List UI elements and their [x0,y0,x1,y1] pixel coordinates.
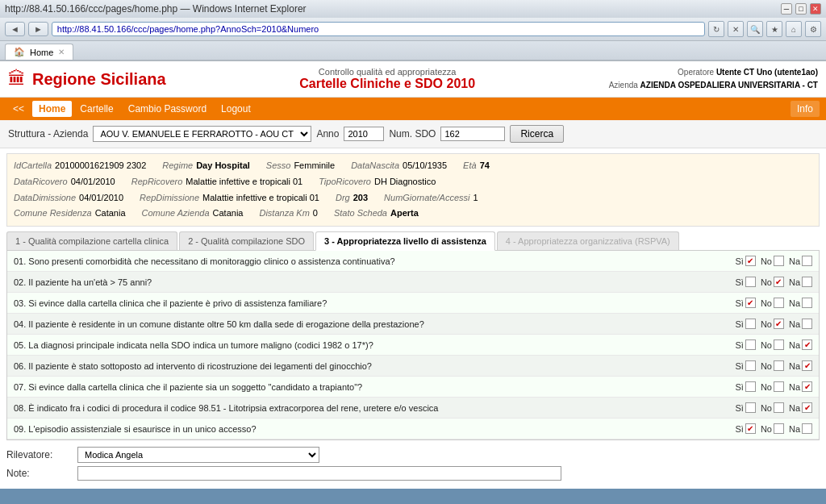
comune-azienda-field: Comune Azienda Catania [142,206,244,222]
rilevatore-select[interactable]: Modica AngelaAltro utente [77,447,319,463]
minimize-button[interactable]: ─ [781,3,792,15]
si-label: Sì [735,340,743,350]
home-icon[interactable]: ⌂ [786,21,802,37]
si-label: Sì [735,361,743,371]
header-left: 🏛 Regione Siciliana [8,69,166,90]
no-checkbox[interactable] [774,402,784,413]
back-button[interactable]: ◄ [5,22,25,36]
question-answers: Sì✔ No Na [735,256,812,266]
na-checkbox[interactable] [802,423,812,434]
na-checkbox[interactable] [802,256,812,266]
na-checkbox[interactable] [802,298,812,308]
question-text: 04. Il paziente è residente in un comune… [14,319,735,329]
si-checkbox[interactable] [745,339,756,350]
answer-na: Na✔ [789,402,812,413]
tab-appropriatezza-livello[interactable]: 3 - Appropriatezza livello di assistenza [315,231,495,251]
search-button[interactable]: Ricerca [510,125,564,143]
question-text: 08. È indicato fra i codici di procedura… [14,403,735,413]
num-sdo-input[interactable] [440,127,505,141]
na-checkbox[interactable]: ✔ [802,381,812,392]
browser-tab-home[interactable]: 🏠 Home ✕ [5,44,73,60]
page-content: 🏛 Regione Siciliana Controllo qualità ed… [0,61,826,489]
question-text: 05. La diagnosi principale indicata nell… [14,340,735,350]
search-icon[interactable]: 🔍 [747,21,763,37]
num-sdo-label: Num. SDO [389,128,436,140]
regime-field: Regime Day Hospital [162,158,250,174]
nav-item-cartelle[interactable]: Cartelle [73,101,119,117]
settings-icon[interactable]: ⚙ [805,21,821,37]
si-checkbox[interactable] [745,381,756,392]
answer-si: Sì✔ [735,423,755,434]
na-label: Na [789,256,800,266]
no-checkbox[interactable] [774,256,784,266]
no-checkbox[interactable] [774,298,784,308]
question-answers: Sì No Na✔ [735,339,812,350]
na-checkbox[interactable] [802,319,812,329]
no-checkbox[interactable] [774,360,784,371]
na-checkbox[interactable]: ✔ [802,360,812,371]
distanza-field: Distanza Km 0 [259,206,317,222]
question-row: 08. È indicato fra i codici di procedura… [7,398,819,419]
tab-qualita-sdo[interactable]: 2 - Qualità compilazione SDO [179,231,314,250]
tab-close-button[interactable]: ✕ [58,48,65,56]
nav-back-arrows[interactable]: << [6,101,31,117]
na-checkbox[interactable]: ✔ [802,402,812,413]
refresh-icon[interactable]: ↻ [708,21,724,37]
regime-value: Day Hospital [196,158,250,174]
no-checkbox[interactable] [774,339,784,350]
question-row: 02. Il paziente ha un'età > 75 anni? Sì … [7,272,819,293]
header-subtitle: Controllo qualità ed appropriatezza [299,67,475,77]
no-label: No [761,424,772,434]
note-label: Note: [6,468,71,479]
forward-button[interactable]: ► [28,22,48,36]
rep-ricovero-label: RepRicovero [131,174,183,190]
no-checkbox[interactable]: ✔ [774,319,784,329]
footer-form: Rilevatore: Modica AngelaAltro utente No… [6,444,820,487]
na-checkbox[interactable]: ✔ [802,339,812,350]
question-answers: Sì No Na✔ [735,381,812,392]
nav-item-logout[interactable]: Logout [215,101,257,117]
question-answers: Sì✔ No Na [735,298,812,308]
maximize-button[interactable]: □ [795,3,807,15]
distanza-value: 0 [313,206,318,222]
na-checkbox[interactable] [802,277,812,287]
data-dimissione-label: DataDimissione [14,190,76,206]
answer-no: No [761,360,784,371]
nav-item-home[interactable]: Home [32,101,72,117]
azienda-label: Azienda [609,81,638,90]
note-input[interactable] [77,466,561,481]
anno-input[interactable] [344,127,384,141]
si-checkbox[interactable] [745,360,756,371]
favorite-icon[interactable]: ★ [766,21,782,37]
nav-item-cambio-password[interactable]: Cambio Password [122,101,213,117]
browser-tabs-bar: 🏠 Home ✕ [0,41,826,60]
tab-qualita-cartella[interactable]: 1 - Qualità compilazione cartella clinic… [6,231,177,250]
close-button[interactable]: ✕ [810,3,821,15]
question-text: 09. L'episodio assistenziale si esaurisc… [14,424,735,434]
no-checkbox[interactable] [774,381,784,392]
questions-container: 01. Sono presenti comorbidità che necess… [6,251,820,440]
si-checkbox[interactable]: ✔ [745,256,756,266]
question-text: 07. Si evince dalla cartella clinica che… [14,382,735,392]
no-checkbox[interactable]: ✔ [774,277,784,287]
address-bar[interactable] [52,22,705,36]
si-checkbox[interactable] [745,277,756,287]
answer-no: No [761,402,784,413]
comune-azienda-label: Comune Azienda [142,206,210,222]
stop-icon[interactable]: ✕ [728,21,744,37]
si-checkbox[interactable]: ✔ [745,298,756,308]
operator-value: Utente CT Uno (utente1ao) [716,68,818,77]
si-checkbox[interactable] [745,319,756,329]
no-checkbox[interactable] [774,423,784,434]
si-checkbox[interactable] [745,402,756,413]
id-cartella-label: IdCartella [14,158,52,174]
comune-residenza-value: Catania [95,206,126,222]
si-checkbox[interactable]: ✔ [745,423,756,434]
no-label: No [761,319,772,329]
question-row: 05. La diagnosi principale indicata nell… [7,335,819,356]
nav-item-info[interactable]: Info [791,101,820,117]
tab-appropriatezza-org[interactable]: 4 - Appropriatezza organizzativa (RSPVA) [497,231,679,250]
struttura-select[interactable]: AOU V. EMANUELE E FERRAROTTO - AOU CT [93,126,311,142]
question-text: 03. Si evince dalla cartella clinica che… [14,298,735,308]
data-nascita-value: 05/10/1935 [403,158,447,174]
